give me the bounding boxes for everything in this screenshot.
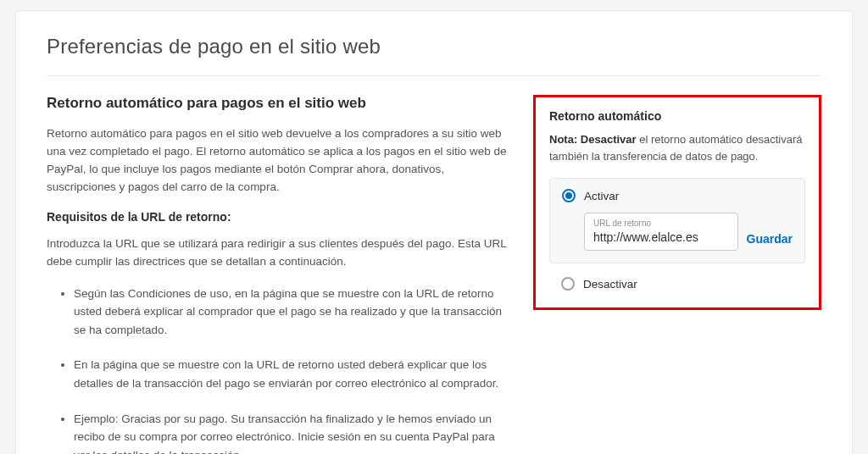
panel-note: Nota: Desactivar el retorno automático d… — [549, 131, 805, 164]
list-item: En la página que se muestre con la URL d… — [74, 356, 509, 392]
right-column: Retorno automático Nota: Desactivar el r… — [533, 95, 821, 310]
radio-row-activate[interactable]: Activar — [562, 189, 793, 202]
radio-deactivate[interactable] — [561, 277, 575, 291]
return-url-field-wrapper[interactable]: URL de retorno — [584, 213, 738, 251]
left-column: Retorno automático para pagos en el siti… — [47, 95, 509, 454]
intro-text: Retorno automático para pagos en el siti… — [47, 125, 509, 197]
requirements-intro: Introduzca la URL que se utilizará para … — [47, 235, 509, 271]
requirements-list: Según las Condiciones de uso, en la pági… — [47, 285, 509, 454]
page-title: Preferencias de pago en el sitio web — [47, 35, 821, 76]
auto-return-panel: Retorno automático Nota: Desactivar el r… — [533, 95, 821, 310]
radio-activate-label: Activar — [584, 190, 619, 202]
panel-title: Retorno automático — [549, 109, 805, 123]
note-label: Nota: Desactivar — [549, 133, 637, 146]
list-item: Ejemplo: Gracias por su pago. Su transac… — [74, 410, 509, 455]
section-heading: Retorno automático para pagos en el siti… — [47, 95, 509, 112]
return-url-input[interactable] — [593, 230, 729, 244]
save-button[interactable]: Guardar — [747, 232, 793, 251]
settings-card: Preferencias de pago en el sitio web Ret… — [15, 10, 853, 454]
return-url-label: URL de retorno — [593, 219, 729, 228]
option-activate-block: Activar URL de retorno Guardar — [549, 178, 805, 263]
radio-row-deactivate[interactable]: Desactivar — [549, 275, 805, 292]
radio-activate[interactable] — [562, 189, 576, 202]
radio-deactivate-label: Desactivar — [583, 278, 637, 291]
url-row: URL de retorno Guardar — [584, 213, 793, 251]
requirements-heading: Requisitos de la URL de retorno: — [47, 210, 509, 224]
list-item: Según las Condiciones de uso, en la pági… — [74, 285, 509, 340]
columns: Retorno automático para pagos en el siti… — [47, 95, 821, 454]
